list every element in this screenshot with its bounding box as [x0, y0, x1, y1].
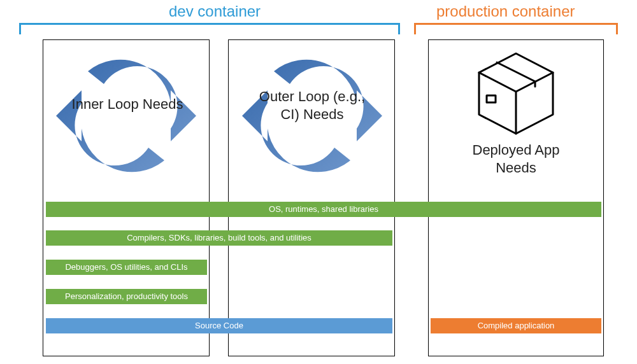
layer-os-runtimes: OS, runtimes, shared libraries: [46, 202, 601, 217]
layer-debuggers: Debuggers, OS utilities, and CLIs: [46, 260, 207, 275]
layer-personalization: Personalization, productivity tools: [46, 289, 207, 304]
layer-compiled-app: Compiled application: [431, 318, 601, 333]
svg-rect-2: [487, 95, 496, 102]
bracket-prod: [414, 23, 618, 34]
cycle-arrows-icon: [50, 46, 203, 186]
label-deployed: Deployed App Needs: [452, 141, 580, 176]
layer-build-tools: Compilers, SDKs, libraries, build tools,…: [46, 230, 392, 246]
bracket-dev: [19, 23, 400, 34]
layer-source-code: Source Code: [46, 318, 392, 333]
package-box-icon: [471, 48, 561, 137]
header-prod-container: production container: [436, 3, 575, 20]
label-outer-loop: Outer Loop (e.g., CI) Needs: [255, 88, 369, 123]
label-inner-loop: Inner Loop Needs: [70, 95, 185, 113]
header-dev-container: dev container: [169, 3, 261, 20]
